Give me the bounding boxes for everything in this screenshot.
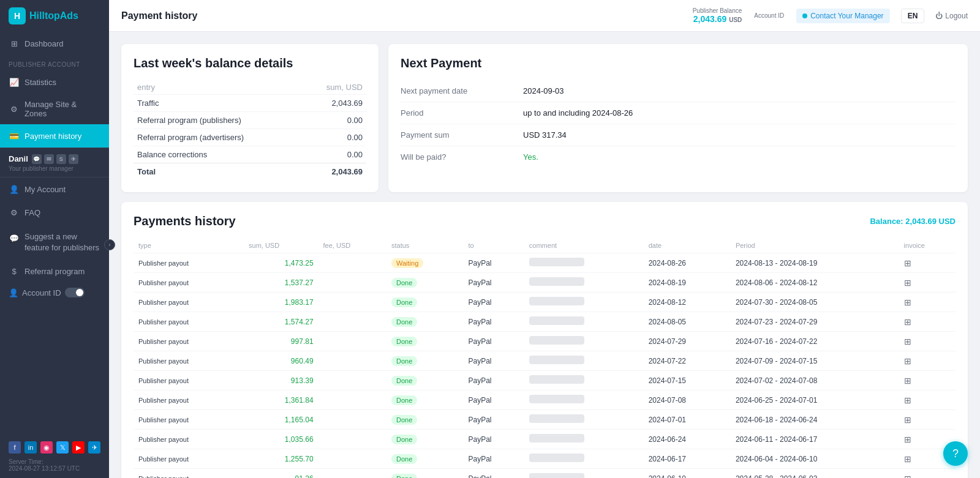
page-content: Last week's balance details entry sum, U… xyxy=(109,32,980,478)
invoice-cell[interactable]: ⊞ xyxy=(899,351,956,371)
logout-button[interactable]: ⏻ Logout xyxy=(935,12,968,20)
sidebar-item-faq[interactable]: ⚙ FAQ xyxy=(0,201,109,224)
to-cell: PayPal xyxy=(464,351,524,371)
twitter-icon[interactable]: 𝕏 xyxy=(56,441,69,454)
instagram-icon[interactable]: ◉ xyxy=(40,441,53,454)
contact-dot xyxy=(802,13,807,18)
period-cell: 2024-08-13 - 2024-08-19 xyxy=(731,253,899,273)
invoice-cell[interactable]: ⊞ xyxy=(899,390,956,410)
column-header: to xyxy=(464,238,524,253)
type-cell: Publisher payout xyxy=(134,390,244,410)
account-id-toggle[interactable] xyxy=(65,288,85,297)
date-cell: 2024-07-22 xyxy=(644,351,731,371)
logo-text: HilltopAds xyxy=(29,10,78,21)
invoice-cell[interactable]: ⊞ xyxy=(899,293,956,312)
linkedin-icon[interactable]: in xyxy=(24,441,37,454)
sidebar-item-referral[interactable]: $ Referral program xyxy=(0,260,109,283)
statistics-icon: 📈 xyxy=(9,77,20,88)
top-row: Last week's balance details entry sum, U… xyxy=(121,44,968,192)
date-cell: 2024-07-15 xyxy=(644,371,731,390)
invoice-icon[interactable]: ⊞ xyxy=(904,474,911,479)
column-header: invoice xyxy=(899,238,956,253)
period-cell: 2024-05-28 - 2024-06-03 xyxy=(731,469,899,479)
fee-cell xyxy=(318,332,386,351)
period-cell: 2024-08-06 - 2024-08-12 xyxy=(731,273,899,293)
table-row: Publisher payout 960.49 Done PayPal 2024… xyxy=(134,351,956,371)
status-cell: Waiting xyxy=(386,253,464,273)
manager-section: Danil 💬 ✉ S ✈ Your publisher manager xyxy=(0,148,109,177)
invoice-icon[interactable]: ⊞ xyxy=(904,454,911,464)
fee-cell xyxy=(318,351,386,371)
invoice-icon[interactable]: ⊞ xyxy=(904,337,911,346)
invoice-icon[interactable]: ⊞ xyxy=(904,297,911,307)
invoice-icon[interactable]: ⊞ xyxy=(904,356,911,366)
sidebar-bottom: f in ◉ 𝕏 ▶ ✈ Server Time: 2024-08-27 13:… xyxy=(0,435,109,478)
invoice-icon[interactable]: ⊞ xyxy=(904,435,911,444)
social-icons: f in ◉ 𝕏 ▶ ✈ xyxy=(9,441,100,454)
sidebar-item-manage-sites[interactable]: ⚙ Manage Site & Zones xyxy=(0,94,109,124)
publisher-balance-box: Publisher Balance 2,043.69 USD xyxy=(693,7,742,24)
column-header: status xyxy=(386,238,464,253)
invoice-icon[interactable]: ⊞ xyxy=(904,278,911,288)
table-row: Publisher payout 1,537.27 Done PayPal 20… xyxy=(134,273,956,293)
email-icon[interactable]: ✉ xyxy=(44,154,54,164)
manager-icons: 💬 ✉ S ✈ xyxy=(32,154,78,164)
sidebar-item-suggest[interactable]: 💬 Suggest a new feature for publishers xyxy=(0,224,109,260)
logo[interactable]: H HilltopAds xyxy=(0,0,109,32)
publisher-balance-value: 2,043.69 USD xyxy=(693,14,742,24)
suggest-icon: 💬 xyxy=(9,233,20,244)
balance-table-row: Referral program (publishers)0.00 xyxy=(134,112,366,129)
balance-table-row: Traffic2,043.69 xyxy=(134,95,366,112)
invoice-cell[interactable]: ⊞ xyxy=(899,410,956,430)
language-button[interactable]: EN xyxy=(901,9,925,23)
fee-cell xyxy=(318,371,386,390)
invoice-cell[interactable]: ⊞ xyxy=(899,469,956,479)
invoice-icon[interactable]: ⊞ xyxy=(904,258,911,268)
chat-icon[interactable]: 💬 xyxy=(32,154,42,164)
invoice-icon[interactable]: ⊞ xyxy=(904,376,911,386)
fee-cell xyxy=(318,253,386,273)
invoice-cell[interactable]: ⊞ xyxy=(899,332,956,351)
sidebar-item-statistics[interactable]: 📈 Statistics xyxy=(0,70,109,94)
to-cell: PayPal xyxy=(464,469,524,479)
account-id-icon: 👤 xyxy=(9,288,18,297)
sum-cell: 1,255.70 xyxy=(244,449,318,469)
fee-cell xyxy=(318,449,386,469)
invoice-cell[interactable]: ⊞ xyxy=(899,273,956,293)
collapse-sidebar-button[interactable]: ‹ xyxy=(104,239,115,250)
contact-manager-button[interactable]: Contact Your Manager xyxy=(796,9,889,23)
invoice-cell[interactable]: ⊞ xyxy=(899,371,956,390)
date-cell: 2024-08-05 xyxy=(644,312,731,332)
manage-sites-icon: ⚙ xyxy=(9,103,20,114)
table-row: Publisher payout 997.81 Done PayPal 2024… xyxy=(134,332,956,351)
server-time: Server Time: 2024-08-27 13:12:57 UTC xyxy=(9,458,100,472)
comment-cell xyxy=(524,430,644,449)
support-fab[interactable]: ? xyxy=(943,441,968,466)
sidebar-item-dashboard[interactable]: ⊞ Dashboard xyxy=(0,32,109,55)
invoice-icon[interactable]: ⊞ xyxy=(904,317,911,327)
to-cell: PayPal xyxy=(464,253,524,273)
invoice-cell[interactable]: ⊞ xyxy=(899,312,956,332)
payment-history-icon: 💳 xyxy=(9,130,20,141)
column-header: sum, USD xyxy=(244,238,318,253)
to-cell: PayPal xyxy=(464,430,524,449)
skype-icon[interactable]: S xyxy=(56,154,66,164)
telegram-icon[interactable]: ✈ xyxy=(88,441,100,454)
youtube-icon[interactable]: ▶ xyxy=(72,441,85,454)
invoice-icon[interactable]: ⊞ xyxy=(904,395,911,405)
next-payment-row: Payment sumUSD 317.34 xyxy=(401,124,956,146)
table-row: Publisher payout 1,361.84 Done PayPal 20… xyxy=(134,390,956,410)
sidebar-item-my-account[interactable]: 👤 My Account xyxy=(0,177,109,201)
history-title: Payments history xyxy=(134,214,236,228)
invoice-icon[interactable]: ⊞ xyxy=(904,415,911,425)
balance-info: Balance: 2,043.69 USD xyxy=(870,217,956,226)
telegram-icon[interactable]: ✈ xyxy=(69,154,78,164)
next-payment-rows: Next payment date2024-09-03Periodup to a… xyxy=(401,80,956,168)
balance-table: entry sum, USD Traffic2,043.69Referral p… xyxy=(134,80,366,180)
facebook-icon[interactable]: f xyxy=(9,441,21,454)
comment-cell xyxy=(524,390,644,410)
sidebar-item-payment-history[interactable]: 💳 Payment history xyxy=(0,124,109,148)
invoice-cell[interactable]: ⊞ xyxy=(899,253,956,273)
to-cell: PayPal xyxy=(464,273,524,293)
status-cell: Done xyxy=(386,390,464,410)
